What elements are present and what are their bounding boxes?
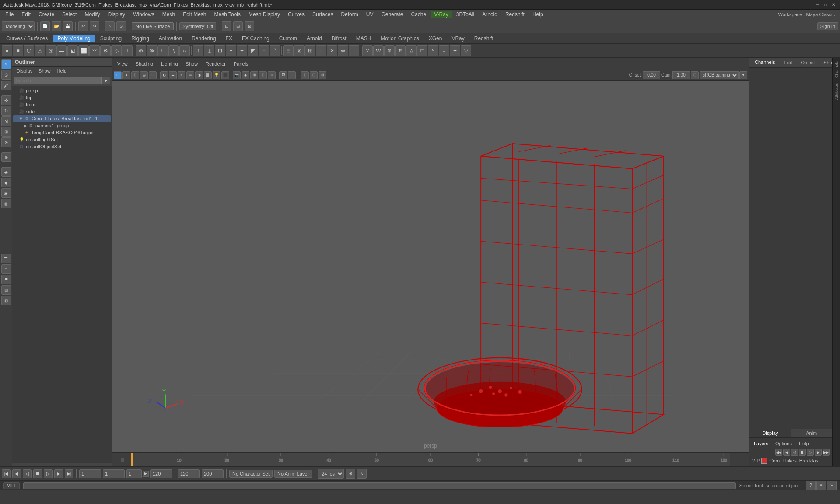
layer-play-rev[interactable]: ◁ — [791, 449, 798, 456]
wireframe-btn[interactable]: □ — [114, 71, 122, 79]
attributes-panel-tab[interactable]: Attributes — [833, 81, 840, 102]
open-file-btn[interactable]: 📂 — [52, 21, 61, 31]
menu-3dtoall[interactable]: 3DToAll — [453, 10, 478, 18]
sign-in-btn[interactable]: Sign In — [817, 22, 838, 30]
display-layers-btn[interactable]: ☰ — [1, 254, 11, 263]
anim-tab[interactable]: Anim — [791, 429, 833, 437]
shelf-wedge[interactable]: ◤ — [248, 46, 258, 56]
current-frame-input[interactable] — [79, 469, 101, 478]
jump-to-start-btn[interactable]: |◀ — [2, 469, 10, 478]
object-tab[interactable]: Object — [797, 59, 818, 66]
step-back-btn[interactable]: ◀ — [12, 469, 21, 478]
dynamics-btn[interactable]: ⊛ — [268, 71, 276, 79]
outliner-search-options[interactable]: ▼ — [102, 77, 110, 84]
shelf-sphere[interactable]: ● — [2, 46, 12, 56]
channels-panel-tab[interactable]: Channels — [833, 60, 840, 80]
new-file-btn[interactable]: 📄 — [40, 21, 50, 31]
viewport-renderer-menu[interactable]: Renderer — [202, 60, 229, 67]
minimize-button[interactable]: ─ — [815, 2, 821, 8]
tone-map-btn[interactable]: ⬛ — [221, 71, 229, 79]
select-tool-btn[interactable]: ↖ — [1, 60, 11, 69]
menu-meshdisplay[interactable]: Mesh Display — [245, 10, 284, 18]
mel-input[interactable] — [23, 482, 736, 489]
outliner-search-input[interactable] — [14, 77, 102, 84]
start-frame-input[interactable] — [103, 469, 125, 478]
move-tool-btn[interactable]: ✛ — [1, 95, 11, 105]
no-live-surface[interactable]: No Live Surface — [132, 22, 174, 30]
viewport-lighting-menu[interactable]: Lighting — [158, 60, 182, 67]
deformers-btn[interactable]: ⊡ — [259, 71, 267, 79]
xray-btn[interactable]: ◎ — [140, 71, 148, 79]
shelf-delete-edge[interactable]: ✕ — [327, 46, 337, 56]
shelf-bevel[interactable]: ⌐ — [259, 46, 269, 56]
help-line-btn[interactable]: ? — [806, 481, 816, 490]
shelf-extrude[interactable]: ↑ — [193, 46, 203, 56]
isolate-select-btn[interactable]: ⊕ — [149, 71, 157, 79]
redo-btn[interactable]: ↪ — [90, 21, 99, 31]
auto-key-btn[interactable]: K — [357, 469, 367, 479]
shelf-boolean-intersect[interactable]: ∩ — [179, 46, 190, 56]
tab-curves-surfaces[interactable]: Curves / Surfaces — [2, 35, 52, 42]
show-manipulator-btn[interactable]: ⊕ — [1, 152, 11, 162]
tab-fx[interactable]: FX — [221, 35, 237, 42]
menu-windows[interactable]: Windows — [130, 10, 158, 18]
tab-rigging[interactable]: Rigging — [127, 35, 154, 42]
image-plane-btn[interactable]: 🖼 — [279, 71, 287, 79]
playback-settings[interactable]: ⚙ — [346, 469, 355, 479]
menu-file[interactable]: File — [2, 10, 17, 18]
shelf-weld[interactable]: W — [373, 46, 384, 56]
menu-help[interactable]: Help — [529, 10, 547, 18]
offset-input[interactable] — [643, 71, 660, 79]
close-button[interactable]: ✕ — [830, 2, 836, 8]
layer-entry[interactable]: V P Corn_Flakes_Breakfast — [751, 457, 830, 465]
gamma-options[interactable]: ⊟ — [691, 71, 699, 79]
shelf-slide-edge[interactable]: ↔ — [316, 46, 326, 56]
no-character-set[interactable]: No Character Set — [229, 470, 273, 478]
shelf-quadrangulate[interactable]: □ — [417, 46, 427, 56]
shadows-btn[interactable]: ▓ — [204, 71, 212, 79]
tab-arnold[interactable]: Arnold — [302, 35, 326, 42]
options-tab[interactable]: Options — [773, 441, 794, 447]
anim-end-input[interactable] — [202, 469, 224, 478]
shelf-cube[interactable]: ■ — [13, 46, 23, 56]
tab-redshift[interactable]: Redshift — [470, 35, 498, 42]
shelf-bridge[interactable]: ⌶ — [204, 46, 214, 56]
tab-xgen[interactable]: XGen — [424, 35, 447, 42]
mode-select[interactable]: Modeling — [2, 21, 35, 31]
play-back-btn[interactable]: ◁ — [23, 469, 32, 478]
viewport-panels-menu[interactable]: Panels — [230, 60, 252, 67]
outliner-item-front[interactable]: 🎥 front — [13, 101, 111, 108]
shelf-gear[interactable]: ⚙ — [100, 46, 111, 56]
symmetry-toggle[interactable]: Symmetry: Off — [179, 22, 216, 30]
custom-tools-2[interactable]: ◆ — [1, 178, 11, 187]
viewport-renderer-btn[interactable]: ⊠ — [318, 71, 326, 79]
display-tab[interactable]: Display — [749, 429, 791, 437]
menu-arnold[interactable]: Arnold — [479, 10, 501, 18]
select-tool[interactable]: ↖ — [105, 21, 115, 31]
shelf-cone[interactable]: △ — [35, 46, 45, 56]
viewport-shading-menu[interactable]: Shading — [132, 60, 157, 67]
timeline-ruler[interactable]: 10 20 30 40 50 60 70 80 90 100 110 120 — [131, 453, 730, 466]
tab-animation[interactable]: Animation — [154, 35, 186, 42]
play-forward-btn[interactable]: ▷ — [44, 469, 52, 478]
fps-select[interactable]: 24 fps — [318, 469, 344, 479]
joints-btn[interactable]: ◆ — [242, 71, 249, 79]
shelf-separate[interactable]: ⊗ — [147, 46, 157, 56]
menu-uv[interactable]: UV — [363, 10, 377, 18]
gain-input[interactable] — [672, 71, 690, 79]
time-slider-btn[interactable]: ⊠ — [1, 296, 11, 305]
render-layers-btn[interactable]: ≣ — [1, 275, 11, 284]
dof-btn[interactable]: ◑ — [195, 71, 203, 79]
3d-viewport[interactable]: X Y Z — [112, 80, 749, 452]
tab-vray[interactable]: VRay — [447, 35, 469, 42]
outliner-item-lightset[interactable]: 💡 defaultLightSet — [13, 136, 111, 143]
shelf-chamfer[interactable]: ⌝ — [270, 46, 280, 56]
outliner-item-top[interactable]: 🎥 top — [13, 94, 111, 101]
motion-blur-btn[interactable]: ≋ — [186, 71, 194, 79]
tab-sculpting[interactable]: Sculpting — [96, 35, 126, 42]
rotate-snap[interactable]: ⊞ — [233, 21, 243, 31]
shelf-helix[interactable]: 〰 — [89, 46, 100, 56]
rotate-tool-btn[interactable]: ↻ — [1, 106, 11, 116]
menu-meshtools[interactable]: Mesh Tools — [211, 10, 244, 18]
ikhandles-btn[interactable]: ⊞ — [250, 71, 258, 79]
